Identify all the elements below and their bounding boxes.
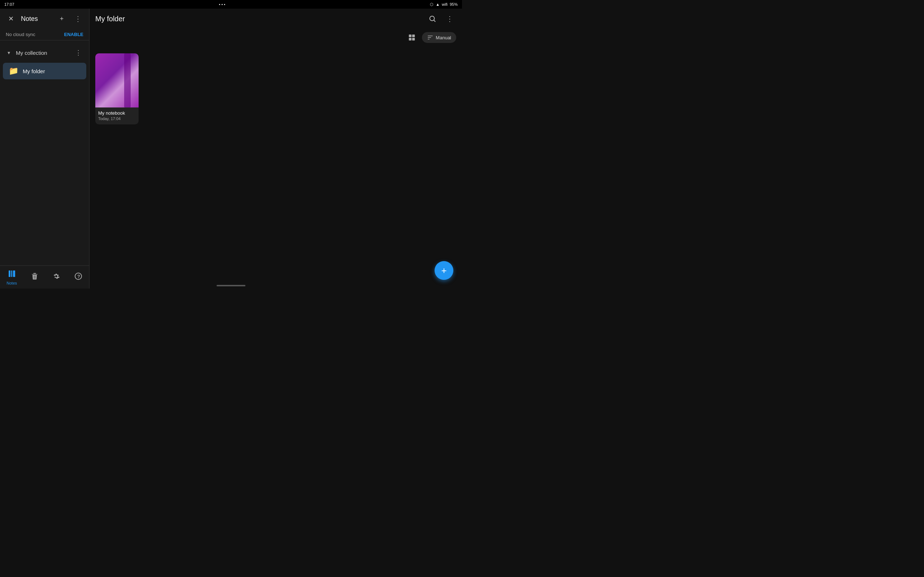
enable-sync-button[interactable]: ENABLE [64,32,83,37]
right-header: My folder ⋮ [89,9,462,29]
folder-icon: 📁 [9,66,18,76]
right-more-icon: ⋮ [446,15,453,23]
grid-view-icon [408,34,416,42]
search-icon [428,15,436,23]
right-content: My notebook Today, 17:04 + [89,48,462,288]
sidebar: ✕ Notes + ⋮ No cloud sync ENABLE ▾ My co… [0,9,89,288]
notebook-date: Today, 17:04 [98,116,136,121]
sort-label: Manual [436,35,451,40]
trash-icon [30,272,39,283]
notebook-cover [95,53,139,108]
wifi-icon: wifi [442,2,447,6]
svg-rect-8 [412,35,415,37]
status-time: 17:07 [4,2,15,6]
more-icon: ⋮ [74,15,82,23]
sidebar-header: ✕ Notes + ⋮ [0,9,89,29]
svg-text:?: ? [77,274,80,279]
fab-icon: + [441,265,446,276]
notes-icon [8,269,16,280]
bottom-nav: Notes ? [0,266,89,288]
sidebar-content: ▾ My collection ⋮ 📁 My folder [0,40,89,266]
nav-settings[interactable] [46,271,66,284]
sidebar-more-button[interactable]: ⋮ [72,12,85,25]
right-panel-title: My folder [95,15,422,23]
close-icon: ✕ [8,15,14,23]
add-button[interactable]: + [55,12,68,25]
add-icon: + [60,15,64,23]
svg-rect-2 [13,271,15,277]
svg-rect-1 [11,271,12,277]
scroll-indicator [216,285,246,286]
sort-button[interactable]: Manual [422,32,456,43]
no-cloud-sync-label: No cloud sync [6,32,36,37]
svg-rect-10 [412,38,415,40]
nav-notes[interactable]: Notes [1,268,23,287]
fab-add-button[interactable]: + [435,261,453,280]
collection-row[interactable]: ▾ My collection ⋮ [0,43,89,62]
status-menu-dots: • • • [219,2,226,6]
nav-trash[interactable] [24,271,45,284]
bluetooth-icon: ⬡ [430,2,433,7]
folder-name: My folder [23,68,45,74]
settings-icon [52,272,61,283]
close-button[interactable]: ✕ [4,12,17,25]
svg-rect-7 [409,35,412,37]
collection-more-button[interactable]: ⋮ [72,46,85,59]
collection-more-icon: ⋮ [75,49,82,56]
right-panel: My folder ⋮ [89,9,462,288]
collection-chevron-icon: ▾ [4,48,13,57]
svg-rect-0 [9,271,10,277]
sync-bar: No cloud sync ENABLE [0,29,89,40]
status-bar: 17:07 • • • ⬡ ▲ wifi 95% [0,0,462,9]
toolbar-row: Manual [89,29,462,48]
notebook-title: My notebook [98,110,136,116]
notebook-info: My notebook Today, 17:04 [95,108,139,124]
nav-help[interactable]: ? [68,271,89,284]
notebook-spine [124,53,131,108]
battery-icon: 95% [450,2,458,6]
notebook-gradient [95,53,139,108]
svg-point-5 [430,16,435,21]
notes-label: Notes [6,281,17,285]
signal-icon: ▲ [436,2,439,6]
folder-row[interactable]: 📁 My folder [3,63,86,79]
sidebar-title: Notes [21,15,52,23]
search-button[interactable] [426,12,439,25]
right-more-button[interactable]: ⋮ [443,12,456,25]
help-icon: ? [74,272,82,283]
main-layout: ✕ Notes + ⋮ No cloud sync ENABLE ▾ My co… [0,9,462,288]
svg-rect-9 [409,38,412,40]
status-icons: ⬡ ▲ wifi 95% [430,2,458,7]
grid-view-button[interactable] [405,30,419,45]
collection-name: My collection [16,50,69,56]
notebook-card[interactable]: My notebook Today, 17:04 [95,53,139,124]
sort-icon [427,34,433,41]
svg-line-6 [434,20,435,22]
